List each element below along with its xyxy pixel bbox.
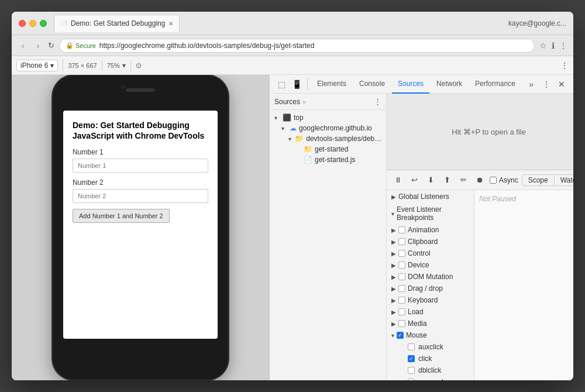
minimize-button[interactable]	[29, 20, 36, 27]
step-over-button[interactable]: ↩	[408, 174, 421, 187]
secure-badge: 🔒 Secure	[66, 42, 96, 49]
number2-input[interactable]	[73, 189, 208, 203]
debugger-toolbar: ⏸ ↩ ⬇ ⬆ ✏ ⏺ Async Scope	[387, 170, 573, 190]
animation-checkbox[interactable]	[398, 226, 405, 233]
breakpoints-list: ▶ Global Listeners ▾ Event Listener Brea…	[387, 190, 474, 380]
more-device-options[interactable]: ⊙	[136, 61, 142, 70]
bp-animation[interactable]: ▶ Animation	[387, 224, 474, 236]
tree-label-devtools: devtools-samples/deb…	[306, 135, 381, 143]
click-checkbox[interactable]	[408, 355, 415, 362]
devtools-close-icon[interactable]: ✕	[555, 77, 569, 91]
sources-label: Sources	[274, 98, 300, 106]
orientation-button[interactable]: ▾	[122, 61, 126, 70]
mouse-arrow: ▾	[391, 332, 394, 339]
drag-drop-arrow: ▶	[391, 286, 396, 292]
bookmark-icon[interactable]: ☆	[539, 41, 547, 50]
scope-watch-tabs: Scope Watch	[522, 174, 573, 186]
bp-mousedown[interactable]: mousedown	[387, 376, 474, 380]
step-out-button[interactable]: ⬆	[441, 174, 453, 187]
dblclick-checkbox[interactable]	[408, 367, 415, 374]
cloud-icon: ☁	[290, 124, 297, 132]
global-listeners-header[interactable]: ▶ Global Listeners	[387, 190, 474, 203]
bp-dblclick[interactable]: dblclick	[387, 365, 474, 376]
forward-button[interactable]: ›	[33, 41, 43, 50]
url-bar[interactable]: 🔒 Secure https://googlechrome.github.io/…	[59, 39, 535, 53]
back-button[interactable]: ‹	[18, 41, 28, 50]
close-button[interactable]	[19, 20, 26, 27]
bp-auxclick[interactable]: auxclick	[387, 341, 474, 353]
tab-sources[interactable]: Sources	[392, 75, 429, 94]
event-listener-header[interactable]: ▾ Event Listener Breakpoints	[387, 203, 474, 224]
bp-click[interactable]: click	[387, 353, 474, 365]
control-checkbox[interactable]	[398, 250, 405, 257]
media-checkbox[interactable]	[398, 320, 405, 327]
refresh-button[interactable]: ↻	[48, 41, 54, 50]
clipboard-checkbox[interactable]	[398, 238, 405, 245]
bp-media[interactable]: ▶ Media	[387, 318, 474, 329]
tab-performance[interactable]: Performance	[469, 75, 521, 94]
tree-label-origin: googlechrome.github.io	[299, 124, 372, 132]
tree-folder-devtools[interactable]: ▾ 📁 devtools-samples/deb…	[270, 133, 386, 144]
async-checkbox-area[interactable]: Async	[490, 176, 518, 184]
tab-network[interactable]: Network	[431, 75, 468, 94]
tree-file-js[interactable]: 📄 get-started.js	[270, 154, 386, 165]
add-button[interactable]: Add Number 1 and Number 2	[73, 209, 170, 223]
phone-speaker	[126, 88, 155, 92]
width-display: 375 × 667	[68, 62, 97, 69]
browser-tab[interactable]: 📄 Demo: Get Started Debugging ✕	[54, 15, 180, 32]
tree-origin[interactable]: ▾ ☁ googlechrome.github.io	[270, 123, 386, 133]
bp-mouse[interactable]: ▾ Mouse	[387, 329, 474, 341]
auxclick-label: auxclick	[418, 343, 443, 351]
device-checkbox[interactable]	[398, 262, 405, 269]
separator3	[130, 60, 131, 71]
clipboard-arrow: ▶	[391, 239, 396, 245]
device-label: Device	[408, 261, 429, 269]
devtools-more-icon[interactable]: ⋮	[539, 77, 553, 91]
mouse-checkbox[interactable]	[397, 332, 404, 339]
device-selector[interactable]: iPhone 6 ▾	[16, 60, 58, 71]
folder-icon-getstarted: 📁	[304, 145, 312, 153]
tree-top[interactable]: ▾ ⬛ top	[270, 112, 386, 123]
bp-clipboard[interactable]: ▶ Clipboard	[387, 236, 474, 247]
number1-input[interactable]	[73, 159, 208, 173]
drag-drop-checkbox[interactable]	[398, 285, 405, 292]
tab-console[interactable]: Console	[353, 75, 391, 94]
title-bar: 📄 Demo: Get Started Debugging ✕ kayce@go…	[12, 12, 573, 35]
load-checkbox[interactable]	[398, 308, 405, 315]
tab-title: Demo: Get Started Debugging	[71, 19, 165, 27]
deactivate-button[interactable]: ⏺	[473, 174, 486, 187]
sources-more-icon[interactable]: ⋮	[374, 97, 381, 106]
bp-keyboard[interactable]: ▶ Keyboard	[387, 294, 474, 306]
blackbox-button[interactable]: ✏	[457, 174, 470, 187]
inspect-icon[interactable]: ⬚	[274, 77, 288, 91]
async-checkbox[interactable]	[490, 177, 497, 184]
mousedown-checkbox[interactable]	[408, 379, 415, 380]
maximize-button[interactable]	[40, 20, 47, 27]
tabs-more-icon[interactable]: »	[529, 80, 534, 89]
device-icon[interactable]: 📱	[290, 77, 304, 91]
tree-folder-getstarted[interactable]: 📁 get-started	[270, 144, 386, 154]
sources-editor-area: Hit ⌘+P to open a file ⬇ ⏸ ↩ ⬇ ⬆ ✏ ⏺	[387, 94, 573, 380]
info-icon[interactable]: ℹ	[552, 41, 555, 50]
click-label: click	[418, 355, 432, 363]
tab-close-icon[interactable]: ✕	[168, 20, 173, 27]
keyboard-checkbox[interactable]	[398, 297, 405, 304]
device-toolbar-more[interactable]: ⋮	[560, 61, 569, 70]
bp-drag-drop[interactable]: ▶ Drag / drop	[387, 283, 474, 294]
tab-separator	[307, 78, 308, 90]
tab-elements[interactable]: Elements	[311, 75, 352, 94]
bp-device[interactable]: ▶ Device	[387, 259, 474, 271]
user-label: kayce@google.c...	[508, 19, 566, 27]
bp-dom-mutation[interactable]: ▶ DOM Mutation	[387, 271, 474, 283]
dom-mutation-checkbox[interactable]	[398, 273, 405, 280]
bp-load[interactable]: ▶ Load	[387, 306, 474, 318]
scope-tab[interactable]: Scope	[522, 174, 555, 186]
sources-expand-icon[interactable]: »	[302, 98, 306, 105]
menu-icon[interactable]: ⋮	[559, 41, 567, 50]
watch-tab[interactable]: Watch	[555, 174, 573, 186]
page-area: Demo: Get Started Debugging JavaScript w…	[12, 75, 269, 380]
auxclick-checkbox[interactable]	[408, 343, 415, 350]
step-into-button[interactable]: ⬇	[424, 174, 437, 187]
pause-button[interactable]: ⏸	[391, 174, 404, 187]
bp-control[interactable]: ▶ Control	[387, 247, 474, 259]
